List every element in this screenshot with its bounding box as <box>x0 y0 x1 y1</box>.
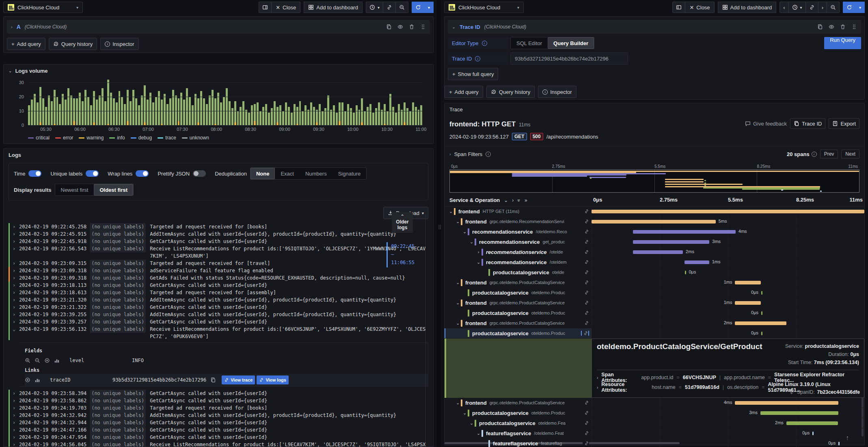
toggle-visibility-icon[interactable] <box>25 377 30 383</box>
span-row[interactable]: productcatalogserviceotelde0μs <box>445 267 864 278</box>
editor-type-query-builder[interactable]: Query Builder <box>548 37 594 49</box>
volume-bar[interactable] <box>67 88 69 125</box>
span-name-cell[interactable]: ⌄frontendgrpc.oteldemo.ProductCatalogSer… <box>445 318 592 328</box>
dedup-option-signature[interactable]: Signature <box>333 168 367 179</box>
expand-log-icon[interactable]: › <box>13 311 19 318</box>
span-link-icon[interactable] <box>583 321 589 325</box>
volume-bar[interactable] <box>101 88 104 125</box>
time-toggle[interactable] <box>28 170 41 177</box>
span-timeline-cell[interactable]: 3ms <box>592 237 864 247</box>
log-row[interactable]: ›2024-02-19 09:23:18.113(no unique label… <box>9 282 428 289</box>
collapse-span-icon[interactable]: ⌄ <box>475 260 482 265</box>
legend-item-debug[interactable]: debug <box>131 135 152 141</box>
expand-log-icon[interactable]: › <box>13 426 19 434</box>
span-row[interactable]: ⌄recommendationserviceget_produc3ms <box>445 237 864 247</box>
volume-bar[interactable] <box>336 113 338 126</box>
copy-query-icon[interactable] <box>817 24 823 30</box>
volume-bar[interactable] <box>389 94 391 125</box>
refresh-button[interactable] <box>843 2 856 13</box>
span-name-cell[interactable]: productcatalogserviceoteldemo.Produc <box>445 288 592 297</box>
span-bar[interactable] <box>761 332 762 335</box>
expand-log-icon[interactable]: › <box>13 223 19 230</box>
volume-bar[interactable] <box>62 94 64 125</box>
split-pane-button[interactable] <box>259 2 272 13</box>
expand-log-icon[interactable]: › <box>13 390 19 397</box>
info-icon[interactable]: i <box>482 41 487 46</box>
span-name-cell[interactable]: ⌄frontendgrpc.oteldemo.ProductCatalogSer… <box>445 398 592 408</box>
span-name-cell[interactable]: ⌄productcatalogserviceoteldemo.Produc <box>445 408 592 418</box>
collapse-span-icon[interactable]: ⌄ <box>462 229 468 234</box>
volume-bar[interactable] <box>381 110 383 126</box>
time-range-button[interactable]: ▾ <box>366 2 383 13</box>
add-query-button[interactable]: +Add query <box>7 38 45 50</box>
span-timeline-cell[interactable]: 2ms <box>592 318 864 328</box>
span-link-icon[interactable] <box>583 400 589 405</box>
close-split-button[interactable]: ✕Close <box>685 2 714 13</box>
volume-bar[interactable] <box>48 95 50 126</box>
volume-bar[interactable] <box>285 102 287 125</box>
span-row[interactable]: ⌄recommendationservice/oteldem1ms <box>445 257 864 267</box>
volume-bar[interactable] <box>316 110 318 126</box>
volume-bar[interactable] <box>84 90 86 126</box>
span-link-icon[interactable] <box>583 239 589 244</box>
volume-bar[interactable] <box>96 100 98 125</box>
volume-bar[interactable] <box>172 90 174 126</box>
span-name-cell[interactable]: ⌄frontendgrpc.oteldemo.ProductCatalogSer… <box>445 278 592 287</box>
log-row[interactable]: ›2024-02-19 09:24:56.045(no unique label… <box>9 441 428 447</box>
volume-bar[interactable] <box>392 107 394 126</box>
span-link-icon[interactable] <box>583 410 589 415</box>
span-bar[interactable] <box>592 220 716 224</box>
span-timeline-cell[interactable]: 5ms <box>592 217 864 226</box>
volume-bar[interactable] <box>268 113 270 126</box>
volume-bar[interactable] <box>37 102 39 125</box>
add-query-button[interactable]: +Add query <box>445 86 483 98</box>
volume-bar[interactable] <box>175 95 177 126</box>
volume-bar[interactable] <box>124 104 126 126</box>
span-link-icon[interactable] <box>583 270 589 275</box>
volume-bar[interactable] <box>245 110 247 126</box>
span-name-cell[interactable]: productcatalogserviceotelde <box>445 267 592 277</box>
volume-bar[interactable] <box>119 91 121 125</box>
volume-bar[interactable] <box>45 107 47 126</box>
span-bar[interactable] <box>812 432 814 435</box>
volume-bar[interactable] <box>404 102 406 125</box>
volume-bar[interactable] <box>110 93 112 126</box>
volume-bar[interactable] <box>378 102 380 125</box>
volume-bar[interactable] <box>51 101 53 126</box>
collapse-one-icon[interactable]: ⌄ <box>504 197 508 203</box>
span-bar[interactable] <box>735 301 760 305</box>
volume-bar[interactable] <box>65 100 67 125</box>
volume-bar[interactable] <box>279 105 281 125</box>
volume-bar[interactable] <box>113 98 115 126</box>
collapse-span-icon[interactable]: ⌄ <box>455 219 461 224</box>
volume-bar[interactable] <box>294 104 296 126</box>
volume-bar[interactable] <box>237 111 239 125</box>
volume-bar[interactable] <box>116 102 118 125</box>
collapse-span-icon[interactable]: ⌄ <box>455 400 461 406</box>
share-link-button[interactable] <box>806 2 818 13</box>
span-timeline-cell[interactable]: 0μs <box>592 328 864 338</box>
volume-bar[interactable] <box>178 98 180 126</box>
legend-item-unknown[interactable]: unknown <box>182 135 209 141</box>
refresh-interval-dropdown[interactable]: ▾ <box>856 2 865 13</box>
trace-id-input[interactable]: 93b5d327129815e4bb26bc74e2b17296 <box>510 52 628 65</box>
log-row[interactable]: ›2024-02-19 09:24:47.166(no unique label… <box>9 426 428 434</box>
span-row[interactable]: productcatalogserviceoteldemo.Produc0μs <box>445 288 864 298</box>
add-to-dashboard-button[interactable]: Add to dashboard <box>304 2 363 13</box>
volume-bar[interactable] <box>330 110 332 126</box>
span-timeline-cell[interactable]: 0μs <box>592 267 864 277</box>
volume-bar[interactable] <box>347 104 349 126</box>
span-bar[interactable] <box>735 401 838 405</box>
query-ref-id[interactable]: Trace ID <box>460 24 480 30</box>
toggle-visibility-icon[interactable] <box>44 358 50 363</box>
drag-handle-icon[interactable] <box>851 24 857 30</box>
volume-bar[interactable] <box>220 102 222 125</box>
span-timeline-cell[interactable]: 0μs <box>592 438 864 447</box>
time-shift-forward-button[interactable]: › <box>818 2 827 13</box>
expand-one-icon[interactable]: › <box>512 197 514 203</box>
drag-handle-icon[interactable] <box>420 24 426 30</box>
filter-out-icon[interactable] <box>35 358 40 363</box>
volume-bar[interactable] <box>265 104 267 126</box>
info-icon[interactable]: i <box>475 56 480 61</box>
refresh-button[interactable] <box>412 2 425 13</box>
